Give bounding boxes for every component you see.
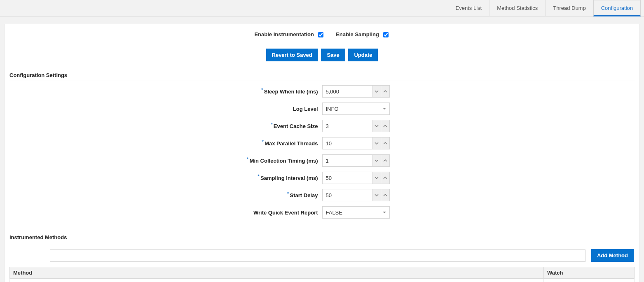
sleep-when-idle-spinner[interactable] [322, 85, 390, 98]
methods-th-method[interactable]: Method [10, 267, 544, 279]
min-collection-timing-input[interactable] [323, 155, 372, 166]
sleep-when-idle-input[interactable] [323, 86, 372, 97]
toggles-row: Enable Instrumentation Enable Sampling [9, 30, 635, 43]
enable-instrumentation-label: Enable Instrumentation [254, 31, 326, 37]
event-cache-size-input[interactable] [323, 120, 372, 132]
max-parallel-threads-input[interactable] [323, 138, 372, 149]
start-delay-input[interactable] [323, 189, 372, 201]
add-method-row: Add Method [9, 247, 635, 265]
tab-thread-dump[interactable]: Thread Dump [545, 0, 593, 16]
section-config-settings: Configuration Settings [9, 70, 635, 81]
start-delay-up[interactable] [381, 189, 389, 201]
tab-events-list[interactable]: Events List [448, 0, 489, 16]
write-quick-event-report-value: FALSE [323, 210, 379, 216]
event-cache-size-spinner[interactable] [322, 120, 390, 132]
event-cache-size-up[interactable] [381, 120, 389, 132]
log-level-value: INFO [323, 106, 379, 112]
caret-down-icon [382, 210, 386, 214]
chevron-up-icon [383, 158, 387, 163]
config-form: *Sleep When Idle (ms) Log Level INFO *Ev… [9, 85, 635, 232]
log-level-caret [379, 107, 389, 111]
methods-cell-method: oracle.webcenter.portal.api.impl.Navigat… [10, 279, 544, 282]
sampling-interval-label: *Sampling Interval (ms) [9, 175, 322, 181]
event-cache-size-label: *Event Cache Size [9, 123, 322, 129]
start-delay-down[interactable] [372, 189, 381, 201]
page-content: Enable Instrumentation Enable Sampling R… [4, 24, 640, 282]
methods-th-watch[interactable]: Watch [544, 267, 635, 279]
max-parallel-threads-down[interactable] [372, 138, 381, 149]
section-instrumented-methods: Instrumented Methods [9, 232, 635, 243]
chevron-up-icon [383, 176, 387, 180]
sampling-interval-up[interactable] [381, 172, 389, 184]
event-cache-size-down[interactable] [372, 120, 381, 132]
start-delay-spinner[interactable] [322, 189, 390, 201]
chevron-down-icon [375, 176, 379, 180]
methods-cell-watch [544, 279, 635, 282]
sleep-when-idle-down[interactable] [372, 86, 381, 97]
start-delay-label: *Start Delay [9, 192, 322, 198]
write-quick-event-report-select[interactable]: FALSE [322, 206, 390, 219]
sleep-when-idle-up[interactable] [381, 86, 389, 97]
max-parallel-threads-label: *Max Parallel Threads [9, 140, 322, 147]
write-quick-event-report-caret [379, 210, 389, 214]
min-collection-timing-spinner[interactable] [322, 154, 390, 167]
chevron-up-icon [383, 193, 387, 197]
revert-button[interactable]: Revert to Saved [266, 49, 318, 61]
enable-instrumentation-checkbox[interactable] [318, 32, 323, 37]
tab-method-statistics[interactable]: Method Statistics [489, 0, 545, 16]
min-collection-timing-up[interactable] [381, 155, 389, 166]
chevron-down-icon [375, 141, 379, 145]
max-parallel-threads-spinner[interactable] [322, 137, 390, 149]
sampling-interval-spinner[interactable] [322, 172, 390, 184]
log-level-label: Log Level [9, 106, 322, 112]
save-button[interactable]: Save [321, 49, 345, 61]
tabbar: Events List Method Statistics Thread Dum… [0, 0, 644, 16]
update-button[interactable]: Update [348, 49, 378, 61]
write-quick-event-report-label: Write Quick Event Report [9, 210, 322, 216]
chevron-up-icon [383, 124, 387, 128]
add-method-input[interactable] [50, 249, 585, 262]
chevron-down-icon [375, 193, 379, 197]
enable-sampling-label: Enable Sampling [336, 31, 389, 37]
enable-sampling-checkbox[interactable] [383, 32, 389, 37]
enable-instrumentation-text: Enable Instrumentation [254, 31, 314, 37]
sampling-interval-input[interactable] [323, 172, 372, 184]
min-collection-timing-down[interactable] [372, 155, 381, 166]
log-level-select[interactable]: INFO [322, 103, 390, 115]
chevron-down-icon [375, 124, 379, 128]
max-parallel-threads-up[interactable] [381, 138, 389, 149]
methods-table: Method Watch oracle.webcenter.portal.api… [9, 267, 635, 282]
chevron-up-icon [383, 89, 387, 93]
caret-down-icon [382, 107, 386, 111]
chevron-up-icon [383, 141, 387, 145]
table-row: oracle.webcenter.portal.api.impl.Navigat… [10, 279, 635, 282]
sleep-when-idle-label: *Sleep When Idle (ms) [9, 89, 322, 95]
sampling-interval-down[interactable] [372, 172, 381, 184]
tab-configuration[interactable]: Configuration [593, 0, 641, 16]
chevron-down-icon [375, 89, 379, 93]
enable-sampling-text: Enable Sampling [336, 31, 379, 37]
add-method-button[interactable]: Add Method [591, 249, 634, 262]
action-buttons: Revert to Saved Save Update [9, 43, 635, 70]
min-collection-timing-label: *Min Collection Timing (ms) [9, 158, 322, 164]
chevron-down-icon [375, 158, 379, 163]
